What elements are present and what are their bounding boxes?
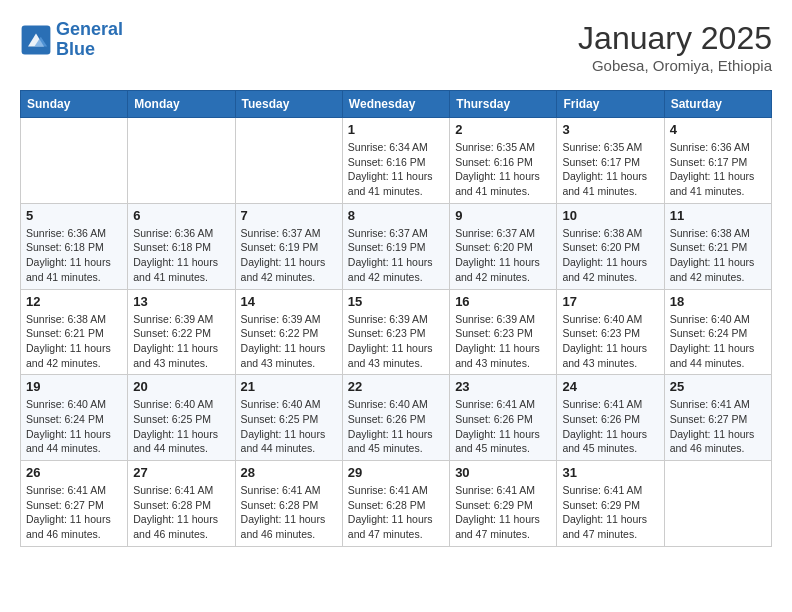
calendar-week-row: 5Sunrise: 6:36 AMSunset: 6:18 PMDaylight… [21, 203, 772, 289]
calendar-day-cell: 8Sunrise: 6:37 AMSunset: 6:19 PMDaylight… [342, 203, 449, 289]
calendar-day-cell: 15Sunrise: 6:39 AMSunset: 6:23 PMDayligh… [342, 289, 449, 375]
calendar-day-cell [235, 118, 342, 204]
calendar-day-cell: 5Sunrise: 6:36 AMSunset: 6:18 PMDaylight… [21, 203, 128, 289]
day-info: Sunrise: 6:41 AMSunset: 6:28 PMDaylight:… [133, 483, 229, 542]
calendar-day-cell: 14Sunrise: 6:39 AMSunset: 6:22 PMDayligh… [235, 289, 342, 375]
logo: General Blue [20, 20, 123, 60]
weekday-header-cell: Sunday [21, 91, 128, 118]
calendar-day-cell: 11Sunrise: 6:38 AMSunset: 6:21 PMDayligh… [664, 203, 771, 289]
day-info: Sunrise: 6:40 AMSunset: 6:24 PMDaylight:… [26, 397, 122, 456]
day-info: Sunrise: 6:40 AMSunset: 6:25 PMDaylight:… [133, 397, 229, 456]
day-number: 24 [562, 379, 658, 394]
day-number: 19 [26, 379, 122, 394]
day-info: Sunrise: 6:37 AMSunset: 6:19 PMDaylight:… [241, 226, 337, 285]
calendar-day-cell: 28Sunrise: 6:41 AMSunset: 6:28 PMDayligh… [235, 461, 342, 547]
day-info: Sunrise: 6:39 AMSunset: 6:22 PMDaylight:… [241, 312, 337, 371]
weekday-header-cell: Tuesday [235, 91, 342, 118]
day-number: 10 [562, 208, 658, 223]
calendar-week-row: 26Sunrise: 6:41 AMSunset: 6:27 PMDayligh… [21, 461, 772, 547]
weekday-header-cell: Wednesday [342, 91, 449, 118]
calendar-day-cell: 13Sunrise: 6:39 AMSunset: 6:22 PMDayligh… [128, 289, 235, 375]
day-info: Sunrise: 6:40 AMSunset: 6:23 PMDaylight:… [562, 312, 658, 371]
calendar-day-cell: 24Sunrise: 6:41 AMSunset: 6:26 PMDayligh… [557, 375, 664, 461]
calendar-day-cell: 2Sunrise: 6:35 AMSunset: 6:16 PMDaylight… [450, 118, 557, 204]
day-info: Sunrise: 6:38 AMSunset: 6:21 PMDaylight:… [670, 226, 766, 285]
calendar-day-cell: 20Sunrise: 6:40 AMSunset: 6:25 PMDayligh… [128, 375, 235, 461]
day-info: Sunrise: 6:36 AMSunset: 6:17 PMDaylight:… [670, 140, 766, 199]
title-block: January 2025 Gobesa, Oromiya, Ethiopia [578, 20, 772, 74]
calendar-day-cell: 27Sunrise: 6:41 AMSunset: 6:28 PMDayligh… [128, 461, 235, 547]
day-number: 8 [348, 208, 444, 223]
calendar-day-cell: 21Sunrise: 6:40 AMSunset: 6:25 PMDayligh… [235, 375, 342, 461]
calendar-body: 1Sunrise: 6:34 AMSunset: 6:16 PMDaylight… [21, 118, 772, 547]
calendar-day-cell: 9Sunrise: 6:37 AMSunset: 6:20 PMDaylight… [450, 203, 557, 289]
location-subtitle: Gobesa, Oromiya, Ethiopia [578, 57, 772, 74]
calendar-day-cell [664, 461, 771, 547]
calendar-day-cell: 6Sunrise: 6:36 AMSunset: 6:18 PMDaylight… [128, 203, 235, 289]
calendar-day-cell: 31Sunrise: 6:41 AMSunset: 6:29 PMDayligh… [557, 461, 664, 547]
day-info: Sunrise: 6:41 AMSunset: 6:27 PMDaylight:… [670, 397, 766, 456]
page-header: General Blue January 2025 Gobesa, Oromiy… [20, 20, 772, 74]
calendar-day-cell: 23Sunrise: 6:41 AMSunset: 6:26 PMDayligh… [450, 375, 557, 461]
day-info: Sunrise: 6:40 AMSunset: 6:26 PMDaylight:… [348, 397, 444, 456]
day-info: Sunrise: 6:38 AMSunset: 6:21 PMDaylight:… [26, 312, 122, 371]
calendar-day-cell [21, 118, 128, 204]
day-number: 30 [455, 465, 551, 480]
weekday-header-cell: Friday [557, 91, 664, 118]
logo-line1: General [56, 19, 123, 39]
calendar-day-cell: 12Sunrise: 6:38 AMSunset: 6:21 PMDayligh… [21, 289, 128, 375]
day-info: Sunrise: 6:41 AMSunset: 6:28 PMDaylight:… [348, 483, 444, 542]
day-info: Sunrise: 6:41 AMSunset: 6:29 PMDaylight:… [455, 483, 551, 542]
day-info: Sunrise: 6:37 AMSunset: 6:19 PMDaylight:… [348, 226, 444, 285]
day-number: 17 [562, 294, 658, 309]
calendar-day-cell: 17Sunrise: 6:40 AMSunset: 6:23 PMDayligh… [557, 289, 664, 375]
calendar-day-cell: 29Sunrise: 6:41 AMSunset: 6:28 PMDayligh… [342, 461, 449, 547]
day-info: Sunrise: 6:37 AMSunset: 6:20 PMDaylight:… [455, 226, 551, 285]
day-info: Sunrise: 6:41 AMSunset: 6:27 PMDaylight:… [26, 483, 122, 542]
day-info: Sunrise: 6:39 AMSunset: 6:23 PMDaylight:… [455, 312, 551, 371]
day-number: 27 [133, 465, 229, 480]
day-number: 15 [348, 294, 444, 309]
day-info: Sunrise: 6:34 AMSunset: 6:16 PMDaylight:… [348, 140, 444, 199]
day-info: Sunrise: 6:35 AMSunset: 6:17 PMDaylight:… [562, 140, 658, 199]
day-info: Sunrise: 6:36 AMSunset: 6:18 PMDaylight:… [26, 226, 122, 285]
calendar-week-row: 12Sunrise: 6:38 AMSunset: 6:21 PMDayligh… [21, 289, 772, 375]
weekday-header-row: SundayMondayTuesdayWednesdayThursdayFrid… [21, 91, 772, 118]
day-info: Sunrise: 6:41 AMSunset: 6:28 PMDaylight:… [241, 483, 337, 542]
calendar-day-cell: 18Sunrise: 6:40 AMSunset: 6:24 PMDayligh… [664, 289, 771, 375]
day-number: 25 [670, 379, 766, 394]
day-info: Sunrise: 6:41 AMSunset: 6:26 PMDaylight:… [562, 397, 658, 456]
day-number: 6 [133, 208, 229, 223]
day-number: 13 [133, 294, 229, 309]
calendar-day-cell [128, 118, 235, 204]
weekday-header-cell: Monday [128, 91, 235, 118]
calendar-day-cell: 30Sunrise: 6:41 AMSunset: 6:29 PMDayligh… [450, 461, 557, 547]
day-info: Sunrise: 6:41 AMSunset: 6:26 PMDaylight:… [455, 397, 551, 456]
day-info: Sunrise: 6:40 AMSunset: 6:25 PMDaylight:… [241, 397, 337, 456]
calendar-week-row: 19Sunrise: 6:40 AMSunset: 6:24 PMDayligh… [21, 375, 772, 461]
day-info: Sunrise: 6:41 AMSunset: 6:29 PMDaylight:… [562, 483, 658, 542]
day-number: 20 [133, 379, 229, 394]
calendar-day-cell: 10Sunrise: 6:38 AMSunset: 6:20 PMDayligh… [557, 203, 664, 289]
day-info: Sunrise: 6:35 AMSunset: 6:16 PMDaylight:… [455, 140, 551, 199]
calendar-day-cell: 3Sunrise: 6:35 AMSunset: 6:17 PMDaylight… [557, 118, 664, 204]
day-number: 5 [26, 208, 122, 223]
weekday-header-cell: Saturday [664, 91, 771, 118]
calendar-table: SundayMondayTuesdayWednesdayThursdayFrid… [20, 90, 772, 547]
day-number: 12 [26, 294, 122, 309]
day-number: 29 [348, 465, 444, 480]
day-number: 9 [455, 208, 551, 223]
day-number: 2 [455, 122, 551, 137]
calendar-day-cell: 26Sunrise: 6:41 AMSunset: 6:27 PMDayligh… [21, 461, 128, 547]
calendar-day-cell: 1Sunrise: 6:34 AMSunset: 6:16 PMDaylight… [342, 118, 449, 204]
day-number: 21 [241, 379, 337, 394]
calendar-day-cell: 19Sunrise: 6:40 AMSunset: 6:24 PMDayligh… [21, 375, 128, 461]
day-number: 3 [562, 122, 658, 137]
day-info: Sunrise: 6:36 AMSunset: 6:18 PMDaylight:… [133, 226, 229, 285]
day-info: Sunrise: 6:40 AMSunset: 6:24 PMDaylight:… [670, 312, 766, 371]
day-number: 18 [670, 294, 766, 309]
day-number: 7 [241, 208, 337, 223]
logo-icon [20, 24, 52, 56]
calendar-day-cell: 22Sunrise: 6:40 AMSunset: 6:26 PMDayligh… [342, 375, 449, 461]
calendar-day-cell: 7Sunrise: 6:37 AMSunset: 6:19 PMDaylight… [235, 203, 342, 289]
